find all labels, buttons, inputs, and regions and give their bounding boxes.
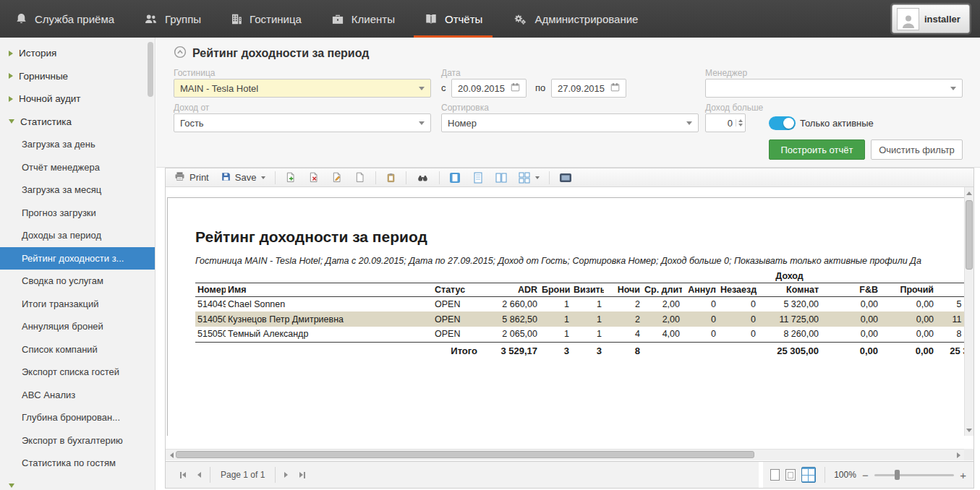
nav-groups[interactable]: Группы bbox=[129, 0, 216, 38]
sidebar-item-statistics[interactable]: Статистика bbox=[0, 111, 155, 134]
viewer-statusbar: Page 1 of 1 100% − + bbox=[166, 461, 973, 488]
previous-page-button[interactable] bbox=[192, 469, 207, 481]
toolbar-separator bbox=[439, 171, 440, 184]
fullscreen-button[interactable] bbox=[555, 171, 576, 185]
sidebar-item-abc-analysis[interactable]: ABC Анализ bbox=[0, 384, 155, 407]
toolbar-separator bbox=[406, 171, 406, 184]
sidebar-item-transactions-totals[interactable]: Итоги транзакций bbox=[0, 293, 155, 316]
sidebar-item-guests-export[interactable]: Экспорт списка гостей bbox=[0, 361, 155, 384]
date-to-input[interactable]: 27.09.2015 bbox=[551, 79, 626, 98]
calendar-icon[interactable] bbox=[511, 82, 520, 94]
sidebar-item-period-income[interactable]: Доходы за период bbox=[0, 224, 155, 247]
date-to-prefix: по bbox=[535, 82, 545, 93]
scroll-left-button[interactable] bbox=[167, 450, 176, 460]
sidebar-item-label: История bbox=[19, 48, 56, 59]
edit-page-button[interactable] bbox=[328, 170, 346, 185]
chevron-down-icon bbox=[686, 121, 692, 125]
add-page-button[interactable] bbox=[281, 170, 300, 185]
print-button[interactable]: Print bbox=[170, 169, 213, 186]
page-settings-button[interactable] bbox=[351, 170, 370, 185]
sidebar-item-services-summary[interactable]: Сводка по услугам bbox=[0, 270, 155, 293]
zoom-in-button[interactable]: + bbox=[960, 470, 966, 481]
next-page-button[interactable] bbox=[278, 469, 294, 481]
last-page-button[interactable] bbox=[294, 469, 311, 481]
sidebar-item-profitability-rating[interactable]: Рейтинг доходности з... bbox=[0, 247, 155, 270]
sidebar-item-companies-list[interactable]: Список компаний bbox=[0, 338, 155, 361]
view-continuous-button[interactable] bbox=[469, 171, 487, 185]
nav-clients[interactable]: Клиенты bbox=[316, 0, 409, 38]
sidebar-item-housekeeping[interactable]: Горничные bbox=[0, 65, 155, 88]
chevron-down-icon bbox=[419, 121, 425, 125]
report-row-highlighted[interactable]: 514050Кузнецов Петр Дмитриевна OPEN5 862… bbox=[195, 311, 964, 327]
calendar-icon[interactable] bbox=[610, 82, 620, 94]
income-from-select[interactable]: Гость bbox=[174, 113, 431, 132]
nav-label: Администрирование bbox=[534, 13, 638, 25]
report-row[interactable]: 515050Темный Александр OPEN2 065,00 11 4… bbox=[195, 327, 964, 342]
hotel-value: MAIN - Tesla Hotel bbox=[180, 83, 258, 94]
sort-select[interactable]: Номер bbox=[441, 113, 699, 132]
hotel-select[interactable]: MAIN - Tesla Hotel bbox=[174, 79, 431, 98]
scroll-down-button[interactable] bbox=[965, 426, 973, 434]
sidebar-item-label: Прогноз загрузки bbox=[22, 207, 96, 218]
horizontal-scrollbar-thumb[interactable] bbox=[176, 451, 754, 458]
clear-filter-button[interactable]: Очистить фильтр bbox=[871, 139, 963, 160]
build-report-button[interactable]: Построить отчёт bbox=[769, 139, 865, 160]
sidebar-item-load-forecast[interactable]: Прогноз загрузки bbox=[0, 202, 155, 225]
view-thumbnails-button[interactable] bbox=[515, 171, 543, 185]
number-spinner[interactable] bbox=[736, 119, 743, 126]
nav-hotel[interactable]: Гостиница bbox=[216, 0, 316, 38]
sidebar-item-label: Глубина бронирован... bbox=[22, 412, 120, 423]
sidebar-item-guests-statistics[interactable]: Статистика по гостям bbox=[0, 452, 155, 475]
manager-select[interactable] bbox=[705, 79, 963, 98]
sidebar-item-partial[interactable] bbox=[0, 475, 155, 490]
sidebar-scrollbar-thumb[interactable] bbox=[148, 42, 153, 97]
fit-width-icon[interactable] bbox=[785, 469, 795, 481]
column-header: ADR bbox=[480, 283, 540, 296]
view-single-page-button[interactable] bbox=[446, 171, 464, 185]
delete-page-button[interactable] bbox=[304, 170, 323, 185]
find-button[interactable] bbox=[412, 171, 433, 185]
chevron-down-icon bbox=[535, 176, 540, 179]
book-icon bbox=[424, 12, 438, 26]
sidebar-item-label: Статистика по гостям bbox=[22, 457, 116, 468]
zoom-slider[interactable] bbox=[874, 469, 955, 481]
sidebar-item-label: Отчёт менеджера bbox=[22, 162, 100, 173]
user-menu[interactable]: installer bbox=[892, 4, 970, 33]
scroll-right-button[interactable] bbox=[954, 450, 963, 460]
report-row[interactable]: 514049Chael Sonnen OPEN2 660,00 11 22,00… bbox=[195, 296, 964, 311]
horizontal-scrollbar[interactable] bbox=[166, 449, 964, 460]
nav-label: Отчёты bbox=[445, 13, 482, 25]
sidebar-item-manager-report[interactable]: Отчёт менеджера bbox=[0, 156, 155, 179]
save-button[interactable]: Save bbox=[217, 170, 270, 186]
nav-reception[interactable]: Служба приёма bbox=[0, 0, 129, 38]
statusbar-separator bbox=[210, 467, 210, 483]
sidebar-item-monthly-load[interactable]: Загрузка за месяц bbox=[0, 179, 155, 202]
zoom-slider-thumb[interactable] bbox=[895, 470, 900, 480]
sidebar-item-daily-load[interactable]: Загрузка за день bbox=[0, 133, 155, 156]
vertical-scrollbar[interactable] bbox=[964, 187, 973, 436]
view-facing-pages-button[interactable] bbox=[492, 171, 511, 185]
paste-button[interactable] bbox=[382, 171, 400, 185]
sidebar-item-accounting-export[interactable]: Экспорт в бухгалтерию bbox=[0, 429, 155, 452]
multi-page-view-button[interactable] bbox=[801, 467, 817, 483]
nav-label: Служба приёма bbox=[35, 13, 114, 25]
collapse-panel-icon[interactable] bbox=[174, 46, 187, 61]
zoom-out-button[interactable]: − bbox=[862, 470, 869, 481]
date-from-value: 20.09.2015 bbox=[458, 83, 505, 94]
panel-title: Рейтинг доходности за период bbox=[192, 47, 369, 60]
income-more-input[interactable]: 0 bbox=[705, 113, 746, 132]
sidebar-item-night-audit[interactable]: Ночной аудит bbox=[0, 87, 155, 111]
vertical-scrollbar-thumb[interactable] bbox=[966, 200, 973, 270]
sidebar-item-booking-depth[interactable]: Глубина бронирован... bbox=[0, 406, 155, 429]
sidebar-item-history[interactable]: История bbox=[0, 42, 155, 65]
nav-administration[interactable]: Администрирование bbox=[497, 0, 652, 38]
only-active-toggle[interactable] bbox=[769, 116, 796, 130]
date-from-input[interactable]: 20.09.2015 bbox=[451, 79, 527, 98]
fit-page-icon[interactable] bbox=[770, 469, 780, 481]
first-page-button[interactable] bbox=[174, 469, 192, 481]
nav-reports[interactable]: Отчёты bbox=[409, 0, 497, 38]
scroll-up-button[interactable] bbox=[965, 189, 973, 197]
sidebar-item-cancelled-bookings[interactable]: Аннуляция броней bbox=[0, 315, 155, 338]
column-header: F&B bbox=[821, 283, 880, 296]
column-header: Статус bbox=[433, 283, 480, 296]
